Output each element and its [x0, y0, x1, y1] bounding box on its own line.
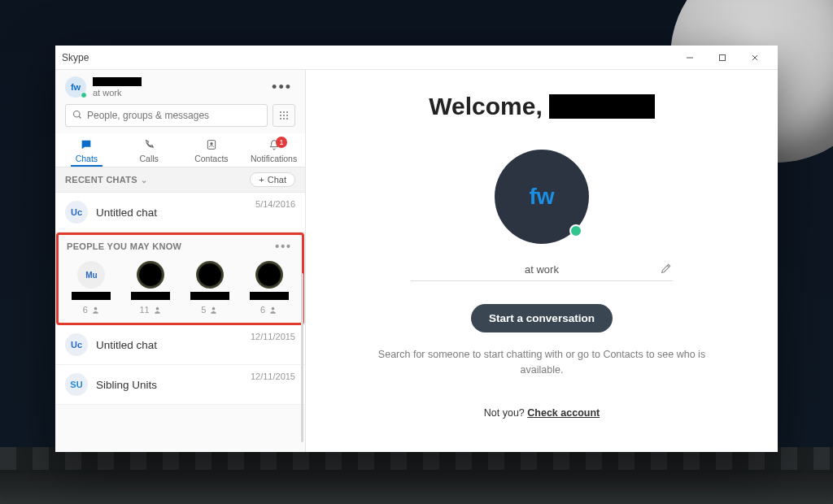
chat-date: 12/11/2015 [251, 332, 295, 341]
chat-title: Untitled chat [96, 339, 157, 351]
welcome-heading: Welcome, [429, 93, 655, 120]
svg-point-4 [286, 111, 288, 113]
contacts-icon [181, 138, 243, 154]
tab-notifications-label: Notifications [251, 154, 297, 163]
suggestion-card[interactable]: 11 [124, 261, 177, 315]
welcome-hint: Search for someone to start chatting wit… [371, 347, 713, 378]
suggestion-mutuals: 11 [124, 305, 177, 315]
new-chat-label: Chat [268, 175, 286, 185]
search-icon [72, 110, 82, 122]
search-input[interactable] [87, 110, 260, 121]
search-input-wrap[interactable] [65, 104, 268, 127]
self-status: at work [93, 88, 142, 98]
suggestion-avatar [196, 261, 224, 289]
chat-date: 5/14/2016 [255, 199, 295, 209]
tab-notifications[interactable]: 1 Notifications [242, 133, 305, 167]
status-text: at work [525, 263, 559, 276]
tab-calls[interactable]: Calls [118, 133, 181, 167]
suggestion-avatar [137, 261, 164, 289]
suggestion-mutuals: 5 [184, 305, 236, 315]
tab-chats[interactable]: Chats [55, 133, 118, 167]
suggestion-card[interactable]: Mu6 [65, 261, 117, 315]
close-button[interactable] [739, 46, 771, 70]
dialpad-button[interactable] [273, 104, 295, 127]
bell-icon [242, 138, 305, 154]
recent-chats-label: RECENT CHATS [65, 175, 137, 185]
tab-chats-label: Chats [76, 154, 98, 163]
svg-point-10 [286, 118, 288, 119]
self-avatar-initials: fw [71, 82, 81, 92]
presence-online-icon [81, 92, 87, 98]
suggestion-avatar: Mu [77, 261, 105, 289]
suggestion-mutuals: 6 [65, 305, 117, 315]
plus-icon: + [259, 175, 264, 185]
svg-point-5 [280, 115, 281, 116]
profile-more-icon[interactable]: ••• [268, 79, 295, 96]
app-window: Skype fw at work ••• [55, 46, 778, 452]
chevron-down-icon: ⌄ [141, 176, 147, 185]
suggestion-avatar [255, 261, 283, 289]
svg-point-3 [283, 111, 285, 113]
pymk-header: PEOPLE YOU MAY KNOW ••• [59, 235, 302, 258]
pymk-label: PEOPLE YOU MAY KNOW [67, 241, 181, 251]
start-conversation-button[interactable]: Start a conversation [471, 304, 613, 332]
status-row[interactable]: at work [411, 263, 673, 281]
presence-online-icon [569, 224, 582, 237]
minimize-button[interactable] [674, 46, 706, 70]
self-avatar: fw [65, 76, 86, 98]
chat-title: Sibling Units [96, 379, 157, 391]
chat-item[interactable]: Uc Untitled chat 5/14/2016 [55, 193, 305, 232]
sidebar: fw at work ••• [55, 70, 306, 452]
self-name-redacted [93, 77, 142, 86]
not-you-prefix: Not you? [484, 407, 528, 419]
svg-point-12 [210, 142, 212, 145]
suggestion-name-redacted [243, 292, 295, 303]
main-pane: Welcome, fw at work Start a conversation… [306, 70, 778, 452]
suggestion-name-redacted [124, 292, 177, 303]
profile-row[interactable]: fw at work ••• [55, 70, 305, 101]
welcome-prefix: Welcome, [429, 93, 543, 120]
edit-icon[interactable] [660, 262, 673, 278]
chat-item[interactable]: SU Sibling Units 12/11/2015 [55, 365, 305, 405]
suggestion-name-redacted [184, 292, 236, 303]
scrollbar[interactable] [301, 273, 303, 442]
svg-point-1 [74, 111, 81, 117]
pymk-more-icon[interactable]: ••• [273, 240, 294, 253]
new-chat-button[interactable]: + Chat [250, 172, 295, 187]
suggestion-card[interactable]: 5 [184, 261, 236, 315]
suggestion-name-redacted [65, 292, 117, 303]
tab-contacts-label: Contacts [194, 154, 228, 163]
chat-avatar: Uc [65, 333, 88, 356]
check-account-link[interactable]: Check account [527, 407, 600, 419]
notification-badge: 1 [276, 137, 287, 148]
chat-list: Uc Untitled chat 5/14/2016 PEOPLE YOU MA… [55, 193, 305, 452]
desktop-rocks [0, 447, 833, 504]
recent-chats-header[interactable]: RECENT CHATS ⌄ + Chat [55, 167, 305, 193]
svg-point-9 [283, 118, 285, 119]
nav-tabs: Chats Calls Contacts 1 Notifications [55, 133, 305, 167]
svg-point-2 [280, 111, 281, 113]
maximize-button[interactable] [706, 46, 739, 70]
chat-date: 12/11/2015 [251, 371, 295, 381]
main-avatar-initials: fw [529, 184, 554, 210]
titlebar: Skype [55, 46, 778, 70]
chat-avatar: SU [65, 373, 88, 396]
svg-point-6 [283, 115, 285, 116]
suggestion-card[interactable]: 6 [243, 261, 295, 315]
suggestion-mutuals: 6 [243, 305, 295, 315]
window-title: Skype [62, 52, 89, 63]
chat-title: Untitled chat [96, 206, 157, 219]
tab-contacts[interactable]: Contacts [181, 133, 243, 167]
chat-icon [55, 138, 118, 154]
svg-point-7 [286, 115, 288, 116]
svg-point-8 [280, 118, 281, 119]
not-you-row: Not you? Check account [484, 407, 600, 419]
chat-avatar: Uc [65, 201, 88, 224]
svg-rect-0 [720, 54, 726, 60]
chat-item[interactable]: Uc Untitled chat 12/11/2015 [55, 325, 305, 365]
people-you-may-know-section: PEOPLE YOU MAY KNOW ••• Mu61156 [56, 232, 304, 325]
phone-icon [118, 138, 181, 154]
tab-calls-label: Calls [139, 154, 158, 163]
welcome-name-redacted [549, 94, 655, 119]
main-avatar[interactable]: fw [495, 150, 589, 244]
